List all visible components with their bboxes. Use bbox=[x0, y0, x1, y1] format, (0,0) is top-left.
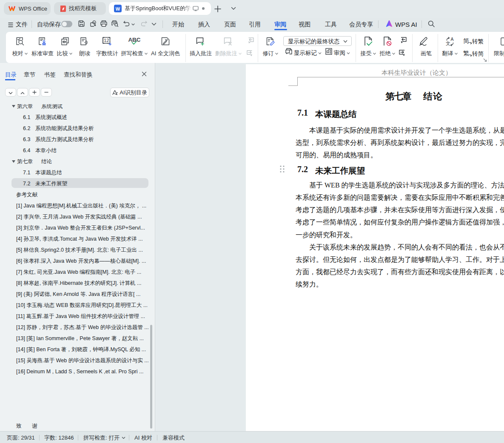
svg-text:12: 12 bbox=[104, 38, 109, 43]
svg-text:文: 文 bbox=[446, 41, 450, 46]
svg-text:ABC: ABC bbox=[128, 37, 140, 43]
svg-text:W: W bbox=[116, 6, 120, 11]
svg-text:A: A bbox=[451, 37, 454, 42]
